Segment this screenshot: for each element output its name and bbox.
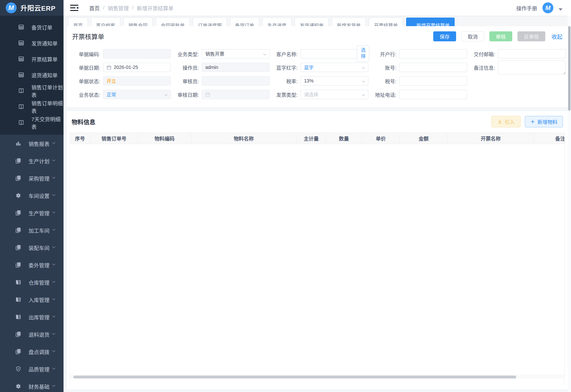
remark-textarea[interactable] [498, 61, 566, 74]
sidebar-group-label: 退料退货 [29, 330, 49, 338]
manual-link[interactable]: 操作手册 [516, 4, 537, 12]
copy-icon [15, 175, 21, 181]
sidebar-group-8[interactable]: 仓库管理 [0, 273, 63, 291]
account-input[interactable] [399, 63, 467, 72]
sidebar-group-12[interactable]: 盘点调拨 [0, 343, 63, 360]
sidebar-group-7[interactable]: 委外管理 [0, 256, 63, 273]
tab-9[interactable]: 开票结算单 [369, 18, 403, 26]
add-material-button[interactable]: 新增物料 [525, 116, 563, 127]
sidebar-group-2[interactable]: 采购管理 [0, 169, 63, 187]
table-icon [18, 56, 24, 62]
sidebar-item-2[interactable]: 开票结算单 [0, 51, 63, 67]
chevron-down-icon [52, 262, 56, 268]
import-button[interactable]: 引入 [492, 116, 521, 127]
audit-button[interactable]: 审核 [489, 31, 512, 41]
doc-status-label: 单据状态: [72, 77, 100, 84]
sidebar-group-4[interactable]: 生产管理 [0, 204, 63, 221]
sidebar-group-10[interactable]: 出库管理 [0, 308, 63, 325]
sidebar-group-14[interactable]: 财务基础 [0, 378, 63, 392]
topbar: 首页 / 销售管理 / 新增开票结算单 操作手册 M [63, 0, 571, 16]
chevron-down-icon [52, 349, 56, 355]
email-input[interactable] [498, 49, 566, 58]
tab-10[interactable]: 新增开票结算单 [406, 18, 455, 26]
audit-date-field [202, 90, 270, 99]
chevron-down-icon [362, 93, 365, 98]
doc-date-value: 2026-01-25 [114, 65, 138, 70]
sidebar-item-5[interactable]: 销售订单明细表 [0, 98, 63, 114]
sidebar-group-6[interactable]: 装配车间 [0, 239, 63, 256]
tab-label: 首页 [73, 23, 83, 26]
unaudit-button[interactable]: 反审核 [517, 31, 545, 41]
sidebar-group-11[interactable]: 退料退货 [0, 325, 63, 343]
save-button[interactable]: 保存 [433, 31, 456, 41]
tab-8[interactable]: 新增发货单 [332, 18, 366, 26]
form-title: 开票核算单 [72, 32, 104, 41]
column-header-3: 物料名称 [191, 133, 297, 144]
sidebar-group-5[interactable]: 加工车间 [0, 221, 63, 239]
sidebar-item-0[interactable]: 备货订单 [0, 19, 63, 35]
collapse-link[interactable]: 收起 [552, 32, 562, 40]
app-title: 升阳云ERP [20, 3, 56, 13]
sidebar-groups: 销售报表生产计划采购管理车间设置生产管理加工车间装配车间委外管理仓库管理入库管理… [0, 135, 63, 392]
tab-7[interactable]: 发货通知单 [295, 18, 329, 26]
tab-2[interactable]: 销售合同 [123, 18, 152, 26]
bank-label: 开户行: [368, 50, 396, 57]
open-tabs-bar: 首页客户档案销售合同合同审批单订单进度图备货订单生产进度发货通知单新增发货单开票… [63, 16, 571, 26]
audit-date-label: 审核日期: [171, 91, 199, 98]
tab-3[interactable]: 合同审批单 [156, 18, 190, 26]
breadcrumb-sales[interactable]: 销售管理 [108, 4, 129, 12]
addr-phone-input[interactable] [399, 90, 467, 99]
sidebar-group-1[interactable]: 生产计划 [0, 152, 63, 169]
user-menu-caret-icon[interactable] [559, 8, 562, 11]
sidebar-collapse-icon[interactable] [70, 4, 78, 11]
bank-input[interactable] [399, 49, 467, 58]
invoice-form-card: 开票核算单 保存 取消 审核 反审核 收起 单据编码: 业务类型: 销售开票 客… [67, 26, 568, 107]
tab-4[interactable]: 订单进度图 [193, 18, 227, 26]
sidebar: M 升阳云ERP 备货订单发货通知单开票结算单退货通知单销售订单计划表销售订单明… [0, 0, 63, 392]
breadcrumb-home[interactable]: 首页 [89, 4, 100, 12]
tax-no-label: 税号: [368, 77, 396, 84]
doc-date-picker[interactable]: 2026-01-25 [103, 63, 171, 72]
book-icon [18, 88, 24, 94]
biz-status-select[interactable]: 正常 [103, 90, 171, 99]
tab-0[interactable]: 首页 [68, 18, 88, 26]
sidebar-item-3[interactable]: 退货通知单 [0, 67, 63, 83]
table-icon [18, 40, 24, 46]
operator-input [202, 63, 270, 72]
sidebar-group-3[interactable]: 车间设置 [0, 187, 63, 204]
vertical-scrollbar [568, 16, 571, 392]
tab-6[interactable]: 生产进度 [262, 18, 291, 26]
sidebar-item-label: 开票结算单 [31, 55, 58, 63]
sidebar-group-9[interactable]: 入库管理 [0, 291, 63, 308]
sidebar-item-1[interactable]: 发货通知单 [0, 35, 63, 51]
sidebar-submenu: 备货订单发货通知单开票结算单退货通知单销售订单计划表销售订单明细表7天交货明细表 [0, 16, 63, 135]
tax-rate-select[interactable]: 13% [301, 76, 368, 85]
chevron-down-icon [52, 296, 56, 303]
vertical-scrollbar-thumb[interactable] [568, 26, 571, 111]
horizontal-scrollbar-thumb[interactable] [73, 376, 516, 378]
tax-no-input[interactable] [399, 76, 467, 85]
sidebar-item-4[interactable]: 销售订单计划表 [0, 83, 63, 98]
breadcrumb-current: 新增开票结算单 [137, 4, 173, 12]
customer-picker-button[interactable]: 选择 [357, 46, 369, 62]
materials-card: 物料信息 引入 新增物料 序号销售订单号物料编码物料名称主计量数量单价金额开票名… [67, 111, 568, 390]
chart-icon [15, 140, 21, 147]
biz-type-select[interactable]: 销售开票 [202, 49, 270, 58]
blue-red-select[interactable]: 蓝字 [301, 63, 368, 72]
tab-5[interactable]: 备货订单 [230, 18, 259, 26]
sidebar-group-13[interactable]: 品质管理 [0, 360, 63, 378]
sidebar-item-6[interactable]: 7天交货明细表 [0, 114, 63, 130]
invoice-type-placeholder: 请选择 [304, 91, 318, 98]
column-header-9: 备注 [534, 133, 565, 144]
user-avatar[interactable]: M [542, 2, 553, 13]
sidebar-group-label: 采购管理 [29, 174, 49, 182]
sidebar-group-0[interactable]: 销售报表 [0, 135, 63, 152]
invoice-type-select[interactable]: 请选择 [301, 90, 368, 99]
tab-1[interactable]: 客户档案 [91, 18, 120, 26]
tab-label: 合同审批单 [161, 23, 185, 26]
tax-rate-value: 13% [304, 78, 314, 84]
cancel-button[interactable]: 取消 [461, 31, 484, 41]
sidebar-group-label: 出库管理 [29, 313, 49, 321]
customer-label: 客户名称: [270, 50, 298, 57]
biz-status-value: 正常 [106, 91, 116, 98]
